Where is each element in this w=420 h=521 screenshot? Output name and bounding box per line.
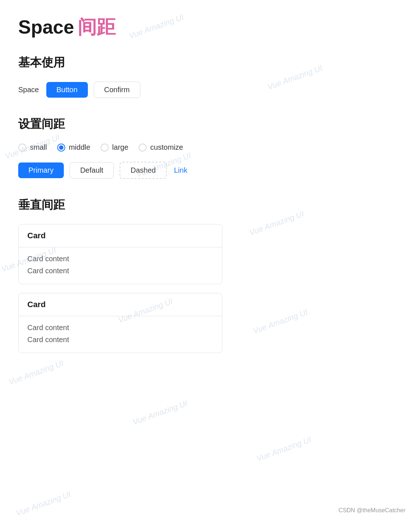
radio-customize[interactable]: customize [139,143,183,152]
page-title: Space间距 [18,15,402,40]
section-basic: 基本使用 Space Button Confirm [18,55,402,98]
title-chinese: 间距 [78,16,116,38]
card-1-content-1: Card content [27,255,213,263]
radio-label-small: small [30,143,47,152]
card-1-content-2: Card content [27,267,213,275]
card-2-content-1: Card content [27,324,213,332]
title-space: Space [18,16,74,38]
button-primary[interactable]: Primary [18,162,64,178]
section-spacing-title: 设置间距 [18,116,402,132]
card-2: Card Card content Card content [18,293,222,353]
radio-large[interactable]: large [101,143,128,152]
radio-label-customize: customize [150,143,183,152]
card-1-body: Card content Card content [19,247,222,284]
radio-middle[interactable]: middle [57,143,90,152]
footer-text: CSDN @theMuseCatcher [339,507,405,513]
card-1-header: Card [19,224,222,247]
section-basic-title: 基本使用 [18,55,402,71]
card-2-header: Card [19,293,222,316]
watermark: Vue Amazing UI [7,359,65,387]
watermark: Vue Amazing UI [255,435,312,463]
card-1: Card Card content Card content [18,224,222,284]
radio-circle-customize [139,144,147,152]
space-label: Space [18,86,39,94]
button-confirm[interactable]: Confirm [94,82,140,98]
radio-circle-small [18,144,26,152]
radio-circle-large [101,144,109,152]
button-dashed[interactable]: Dashed [120,162,167,179]
radio-group: small middle large customize [18,143,402,152]
button-default[interactable]: Default [70,162,114,179]
radio-label-large: large [112,143,128,152]
watermark: Vue Amazing UI [131,399,188,427]
footer: CSDN @theMuseCatcher [339,507,405,514]
button-row-spacing: Primary Default Dashed Link [18,162,402,179]
watermark: Vue Amazing UI [15,490,72,518]
button-button[interactable]: Button [46,82,88,98]
section-vertical-title: 垂直间距 [18,197,402,213]
section-vertical: 垂直间距 Card Card content Card content Card… [18,197,402,353]
radio-small[interactable]: small [18,143,47,152]
section-spacing: 设置间距 small middle large customize Primar… [18,116,402,179]
button-link[interactable]: Link [172,162,189,178]
card-2-content-2: Card content [27,336,213,344]
radio-label-middle: middle [69,143,90,152]
radio-circle-middle [57,144,65,152]
basic-row: Space Button Confirm [18,82,402,98]
card-1-title: Card [27,231,46,240]
card-2-body: Card content Card content [19,316,222,353]
card-2-title: Card [27,300,46,309]
